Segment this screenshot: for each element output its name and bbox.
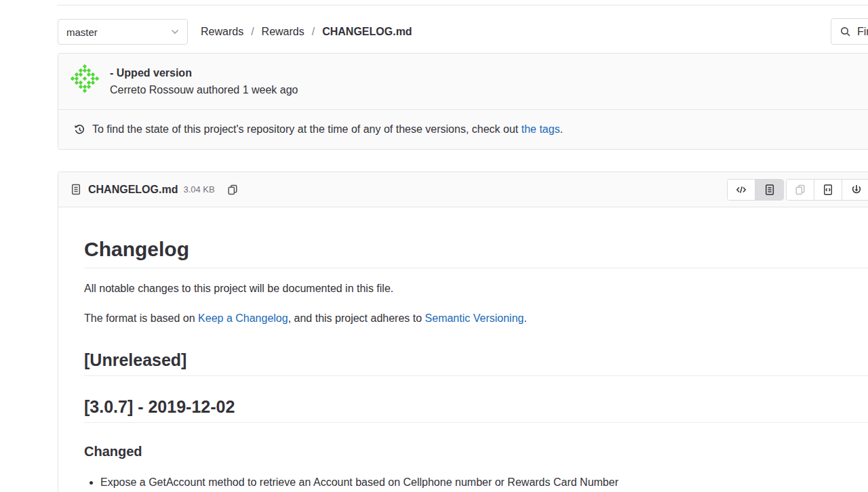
history-icon xyxy=(74,124,92,136)
file-header: CHANGELOG.md 3.04 KB xyxy=(58,172,868,207)
file-viewer: CHANGELOG.md 3.04 KB xyxy=(58,171,868,492)
commit-authored-text: authored xyxy=(194,84,243,96)
branch-name: master xyxy=(66,26,171,38)
rendered-view-button[interactable] xyxy=(755,180,783,200)
banner-text-after: . xyxy=(560,123,563,135)
semantic-versioning-link[interactable]: Semantic Versioning xyxy=(425,312,524,324)
list-item: Expose a GetAccount method to retrieve a… xyxy=(100,474,868,491)
commit-time-ago: 1 week ago xyxy=(243,84,298,96)
repo-file-page: master Rewards / Rewards / CHANGELOG.md … xyxy=(0,0,868,492)
markdown-content: Changelog All notable changes to this pr… xyxy=(58,207,868,492)
source-view-button[interactable] xyxy=(728,180,755,200)
content-heading-version-307: [3.0.7] - 2019-12-02 xyxy=(84,396,868,423)
download-button[interactable] xyxy=(842,180,868,200)
chevron-down-icon xyxy=(171,29,179,35)
breadcrumb-item-project[interactable]: Rewards xyxy=(262,26,304,38)
find-file-button[interactable]: Find file xyxy=(831,18,868,45)
copy-file-path-button[interactable] xyxy=(227,184,238,195)
breadcrumb-separator: / xyxy=(312,26,315,38)
code-icon xyxy=(736,184,747,195)
copy-icon xyxy=(227,184,238,195)
commit-title-link[interactable]: - Upped version xyxy=(110,66,298,81)
last-commit-row: - Upped version Cerreto Rossouw authored… xyxy=(58,54,868,110)
commit-and-tags-panel: - Upped version Cerreto Rossouw authored… xyxy=(58,53,868,150)
open-raw-button[interactable] xyxy=(814,180,842,200)
copy-icon xyxy=(795,184,806,195)
keep-a-changelog-link[interactable]: Keep a Changelog xyxy=(198,312,288,324)
branch-selector[interactable]: master xyxy=(58,19,188,45)
commit-author-line: Cerreto Rossouw authored 1 week ago xyxy=(110,81,298,99)
view-toggle-group xyxy=(727,179,784,201)
top-divider xyxy=(57,5,868,5)
breadcrumb-item-group[interactable]: Rewards xyxy=(201,26,243,38)
banner-text-before: To find the state of this project's repo… xyxy=(92,123,521,135)
file-actions-group xyxy=(786,179,868,201)
tags-link[interactable]: the tags xyxy=(521,123,560,135)
tags-banner-text: To find the state of this project's repo… xyxy=(92,123,563,136)
content-paragraph-1: All notable changes to this project will… xyxy=(84,281,868,297)
download-icon xyxy=(851,184,862,195)
commit-meta: - Upped version Cerreto Rossouw authored… xyxy=(110,64,298,99)
content-heading-unreleased: [Unreleased] xyxy=(84,350,868,376)
file-code-icon xyxy=(823,184,833,195)
breadcrumb: Rewards / Rewards / CHANGELOG.md xyxy=(201,19,412,45)
tags-info-banner: To find the state of this project's repo… xyxy=(58,110,868,149)
find-file-label: Find file xyxy=(857,26,868,38)
file-text-icon xyxy=(764,184,775,195)
breadcrumb-separator: / xyxy=(251,26,254,38)
content-heading-changelog: Changelog xyxy=(84,237,868,268)
copy-contents-button[interactable] xyxy=(787,180,814,200)
changes-list: Expose a GetAccount method to retrieve a… xyxy=(84,474,868,491)
file-text-icon xyxy=(71,184,81,195)
breadcrumb-item-file: CHANGELOG.md xyxy=(322,26,412,38)
avatar xyxy=(71,64,99,93)
file-name: CHANGELOG.md xyxy=(88,184,178,196)
content-heading-changed: Changed xyxy=(84,443,868,459)
paragraph-text: , and this project adheres to xyxy=(288,312,425,324)
file-size: 3.04 KB xyxy=(183,184,214,194)
search-icon xyxy=(840,26,851,37)
commit-author-name[interactable]: Cerreto Rossouw xyxy=(110,84,194,96)
content-paragraph-2: The format is based on Keep a Changelog,… xyxy=(84,310,868,327)
paragraph-text: The format is based on xyxy=(84,312,198,324)
paragraph-text: . xyxy=(524,312,526,324)
